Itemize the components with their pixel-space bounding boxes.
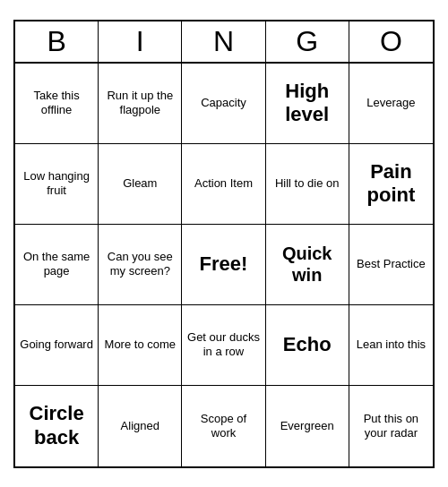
cell-text: Best Practice: [357, 257, 426, 271]
bingo-cell: Lean into this: [349, 305, 433, 386]
bingo-cell: Leverage: [349, 64, 433, 144]
cell-text: Quick win: [271, 243, 344, 286]
bingo-cell: Low hanging fruit: [15, 144, 99, 225]
bingo-cell: Circle back: [15, 386, 99, 466]
cell-text: Free!: [200, 252, 248, 276]
bingo-cell: Can you see my screen?: [99, 225, 182, 305]
bingo-cell: On the same page: [15, 225, 99, 305]
bingo-cell: Going forward: [15, 305, 99, 386]
cell-text: Scope of work: [186, 412, 260, 440]
cell-text: Evergreen: [280, 419, 334, 433]
bingo-header: BINGO: [15, 21, 433, 64]
header-letter: O: [349, 21, 433, 62]
cell-text: Low hanging fruit: [20, 169, 93, 197]
cell-text: More to come: [105, 337, 176, 352]
cell-text: Capacity: [201, 96, 246, 110]
cell-text: Action Item: [194, 176, 253, 191]
bingo-cell: Scope of work: [182, 386, 265, 466]
header-letter: B: [15, 21, 99, 62]
bingo-card: BINGO Take this offlineRun it up the fla…: [13, 20, 435, 468]
cell-text: Can you see my screen?: [103, 250, 177, 278]
cell-text: High level: [271, 80, 344, 127]
bingo-cell: Gleam: [99, 144, 182, 225]
cell-text: Put this on your radar: [354, 412, 428, 440]
cell-text: Gleam: [123, 176, 157, 191]
cell-text: On the same page: [20, 250, 93, 278]
cell-text: Going forward: [20, 337, 93, 352]
bingo-cell: Action Item: [182, 144, 265, 225]
bingo-cell: More to come: [99, 305, 182, 386]
cell-text: Run it up the flagpole: [103, 89, 177, 116]
bingo-cell: Free!: [182, 225, 265, 305]
bingo-cell: Capacity: [182, 64, 265, 144]
bingo-cell: Hill to die on: [266, 144, 349, 225]
bingo-cell: Evergreen: [266, 386, 349, 466]
cell-text: Take this offline: [20, 89, 93, 116]
bingo-cell: High level: [266, 64, 349, 144]
cell-text: Echo: [283, 333, 332, 356]
cell-text: Lean into this: [357, 337, 426, 352]
bingo-grid: Take this offlineRun it up the flagpoleC…: [15, 64, 433, 466]
bingo-cell: Pain point: [349, 144, 433, 225]
bingo-cell: Echo: [266, 305, 349, 386]
bingo-cell: Put this on your radar: [349, 386, 433, 466]
bingo-cell: Run it up the flagpole: [99, 64, 182, 144]
cell-text: Circle back: [20, 402, 93, 449]
cell-text: Hill to die on: [275, 176, 340, 191]
header-letter: I: [99, 21, 182, 62]
bingo-cell: Quick win: [266, 225, 349, 305]
cell-text: Pain point: [354, 160, 428, 208]
header-letter: N: [182, 21, 265, 62]
bingo-cell: Best Practice: [349, 225, 433, 305]
header-letter: G: [266, 21, 349, 62]
bingo-cell: Take this offline: [15, 64, 99, 144]
bingo-cell: Get our ducks in a row: [182, 305, 265, 386]
bingo-cell: Aligned: [99, 386, 182, 466]
cell-text: Aligned: [121, 419, 159, 433]
cell-text: Leverage: [366, 96, 415, 110]
cell-text: Get our ducks in a row: [186, 330, 260, 358]
